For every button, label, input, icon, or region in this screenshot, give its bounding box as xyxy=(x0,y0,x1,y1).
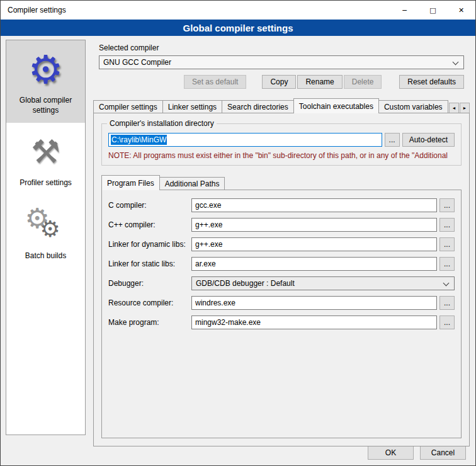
tab-scroll-left-button[interactable]: ◄ xyxy=(449,103,459,113)
chevron-down-icon xyxy=(443,280,450,287)
tab-linker-settings[interactable]: Linker settings xyxy=(162,100,222,113)
maximize-icon: □ xyxy=(429,6,436,14)
tab-scroll-right-button[interactable]: ► xyxy=(460,103,470,113)
dynamic-linker-input[interactable] xyxy=(191,237,437,251)
tab-search-directories[interactable]: Search directories xyxy=(222,100,294,113)
tabs-clip: Compiler settings Linker settings Search… xyxy=(93,98,448,113)
tab-build-options[interactable]: Build xyxy=(448,100,448,113)
window-controls: ─ □ ✕ xyxy=(390,1,475,20)
compiler-actions: Set as default Copy Rename Delete Reset … xyxy=(99,75,464,89)
subtab-additional-paths[interactable]: Additional Paths xyxy=(159,177,225,190)
dialog-footer: OK Cancel xyxy=(368,445,466,460)
gear-icon: ⚙ xyxy=(28,47,64,92)
dialog-header-title: Global compiler settings xyxy=(183,23,293,33)
maximize-button[interactable]: □ xyxy=(419,1,447,20)
selected-compiler-select[interactable]: GNU GCC Compiler xyxy=(99,55,464,69)
titlebar: Compiler settings ─ □ ✕ xyxy=(1,1,475,20)
tab-toolchain-executables[interactable]: Toolchain executables xyxy=(293,98,379,113)
batch-gears-icon: ⚙ ⚙ xyxy=(24,202,68,247)
tab-compiler-settings[interactable]: Compiler settings xyxy=(93,100,163,113)
sidebar-item-profiler-settings[interactable]: ⚒ Profiler settings xyxy=(6,123,85,196)
installation-directory-value: C:\raylib\MinGW xyxy=(111,135,167,145)
program-files-tabbar: Program Files Additional Paths xyxy=(101,176,462,190)
debugger-value: GDB/CDB debugger : Default xyxy=(196,279,295,288)
sidebar-item-label: Profiler settings xyxy=(20,178,72,188)
static-linker-input[interactable] xyxy=(191,257,437,271)
c-compiler-label: C compiler: xyxy=(108,201,189,210)
browse-button[interactable]: ... xyxy=(439,237,455,251)
resource-compiler-input[interactable] xyxy=(191,296,437,310)
toolchain-executables-panel: Compiler's installation directory C:\ray… xyxy=(93,113,470,446)
dialog-body: ⚙ Global compiler settings ⚒ Profiler se… xyxy=(1,36,475,465)
main-panel: Selected compiler GNU GCC Compiler Set a… xyxy=(93,40,470,446)
set-as-default-button[interactable]: Set as default xyxy=(184,75,246,89)
browse-directory-button[interactable]: ... xyxy=(385,133,400,147)
arrow-right-icon: ► xyxy=(463,106,467,110)
close-button[interactable]: ✕ xyxy=(447,1,475,20)
sidebar-item-global-compiler-settings[interactable]: ⚙ Global compiler settings xyxy=(6,40,85,123)
subtab-program-files[interactable]: Program Files xyxy=(101,175,160,190)
gear-icon: ⚙ xyxy=(40,216,60,242)
bin-subdirectory-note: NOTE: All programs must exist either in … xyxy=(108,151,455,160)
profiler-tool-icon: ⚒ xyxy=(31,129,60,174)
browse-button[interactable]: ... xyxy=(439,198,455,212)
selected-compiler-value: GNU GCC Compiler xyxy=(103,58,171,67)
make-program-label: Make program: xyxy=(108,318,189,327)
close-icon: ✕ xyxy=(458,6,464,14)
resource-compiler-label: Resource compiler: xyxy=(108,298,189,307)
field-row-cpp-compiler: C++ compiler: ... xyxy=(108,218,455,232)
debugger-label: Debugger: xyxy=(108,279,189,288)
cpp-compiler-label: C++ compiler: xyxy=(108,220,189,229)
c-compiler-input[interactable] xyxy=(191,198,437,212)
debugger-select[interactable]: GDB/CDB debugger : Default xyxy=(191,276,455,290)
installation-directory-group: Compiler's installation directory C:\ray… xyxy=(101,123,462,166)
window-title: Compiler settings xyxy=(1,6,390,14)
static-linker-label: Linker for static libs: xyxy=(108,259,189,268)
browse-button[interactable]: ... xyxy=(439,315,455,329)
dynamic-linker-label: Linker for dynamic libs: xyxy=(108,240,189,249)
sidebar-item-batch-builds[interactable]: ⚙ ⚙ Batch builds xyxy=(6,196,85,269)
settings-tabbar: Compiler settings Linker settings Search… xyxy=(93,98,470,113)
minimize-icon: ─ xyxy=(402,6,407,14)
arrow-left-icon: ◄ xyxy=(452,106,456,110)
field-row-c-compiler: C compiler: ... xyxy=(108,198,455,212)
installation-directory-group-title: Compiler's installation directory xyxy=(107,119,217,128)
cancel-button[interactable]: Cancel xyxy=(420,445,466,460)
browse-button[interactable]: ... xyxy=(439,296,455,310)
program-files-panel: C compiler: ... C++ compiler: ... Linker… xyxy=(101,190,462,438)
browse-button[interactable]: ... xyxy=(439,218,455,232)
cpp-compiler-input[interactable] xyxy=(191,218,437,232)
field-row-debugger: Debugger: GDB/CDB debugger : Default xyxy=(108,276,455,290)
sidebar-item-label: Batch builds xyxy=(25,251,66,261)
gears-stack: ⚙ ⚙ xyxy=(24,202,68,247)
compiler-settings-window: Compiler settings ─ □ ✕ Global compiler … xyxy=(0,0,476,466)
auto-detect-button[interactable]: Auto-detect xyxy=(402,133,455,147)
installation-directory-input[interactable]: C:\raylib\MinGW xyxy=(108,133,382,147)
installation-directory-row: C:\raylib\MinGW ... Auto-detect xyxy=(108,133,455,147)
rename-button[interactable]: Rename xyxy=(297,75,342,89)
dialog-header: Global compiler settings xyxy=(1,20,475,36)
make-program-input[interactable] xyxy=(191,315,437,329)
ok-button[interactable]: OK xyxy=(368,445,414,460)
settings-sidebar: ⚙ Global compiler settings ⚒ Profiler se… xyxy=(6,40,86,435)
tab-custom-variables[interactable]: Custom variables xyxy=(378,100,448,113)
browse-button[interactable]: ... xyxy=(439,257,455,271)
chevron-down-icon xyxy=(453,59,459,65)
delete-button[interactable]: Delete xyxy=(344,75,382,89)
minimize-button[interactable]: ─ xyxy=(390,1,419,20)
selected-compiler-label: Selected compiler xyxy=(99,43,464,52)
field-row-resource-compiler: Resource compiler: ... xyxy=(108,296,455,310)
sidebar-item-label: Global compiler settings xyxy=(9,96,82,115)
field-row-static-linker: Linker for static libs: ... xyxy=(108,257,455,271)
field-row-dynamic-linker: Linker for dynamic libs: ... xyxy=(108,237,455,251)
reset-defaults-button[interactable]: Reset defaults xyxy=(399,75,464,89)
field-row-make-program: Make program: ... xyxy=(108,315,455,329)
copy-button[interactable]: Copy xyxy=(262,75,296,89)
